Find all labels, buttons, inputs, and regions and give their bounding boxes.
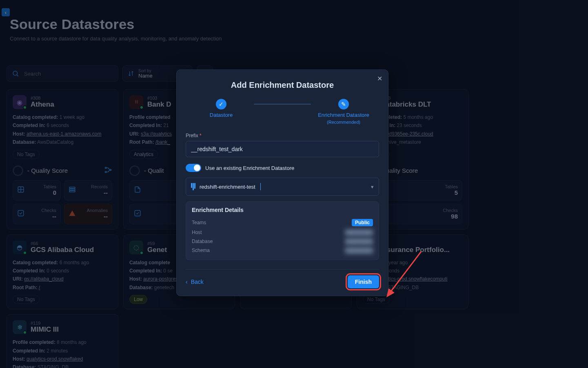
enrichment-details-heading: Enrichment Details (192, 207, 373, 213)
enrichment-detail-row: TeamsPublic (192, 217, 373, 228)
enrichment-detail-row: Database████████ (192, 237, 373, 246)
modal-title: Add Enrichment Datastore (186, 80, 379, 90)
modal-back-button[interactable]: ‹ Back (186, 279, 204, 285)
prefix-label: Prefix * (186, 133, 379, 138)
close-icon[interactable]: ✕ (377, 75, 382, 83)
step-datastore[interactable]: ✓ Datastore (189, 99, 254, 118)
chevron-down-icon: ▾ (371, 184, 374, 190)
check-icon: ✓ (216, 99, 226, 109)
stepper: ✓ Datastore ✎ Enrichment Datastore (Reco… (186, 99, 379, 125)
blurred-value: ████████ (345, 230, 373, 235)
text-cursor-icon (260, 183, 261, 190)
pencil-icon: ✎ (338, 99, 349, 109)
blurred-value: ████████ (345, 239, 373, 244)
step-connector (254, 104, 311, 105)
select-value: redshift-enrichment-test (200, 184, 255, 190)
finish-button[interactable]: Finish (348, 275, 379, 288)
use-existing-toggle[interactable] (186, 164, 201, 172)
redshift-icon (191, 183, 195, 190)
use-existing-toggle-label: Use an existing Enrichment Datastore (205, 165, 294, 171)
step-enrichment-datastore[interactable]: ✎ Enrichment Datastore (Recommended) (311, 99, 376, 125)
prefix-input[interactable] (186, 141, 379, 157)
enrichment-detail-row: Host████████ (192, 228, 373, 237)
public-badge: Public (352, 219, 373, 226)
enrichment-datastore-select[interactable]: redshift-enrichment-test ▾ (186, 178, 379, 196)
blurred-value: ████████ (345, 248, 373, 253)
add-enrichment-datastore-modal: ✕ Add Enrichment Datastore ✓ Datastore ✎… (176, 69, 388, 296)
enrichment-details-panel: Enrichment Details TeamsPublicHost██████… (186, 201, 379, 260)
chevron-left-icon: ‹ (186, 279, 188, 285)
enrichment-detail-row: Schema████████ (192, 246, 373, 255)
